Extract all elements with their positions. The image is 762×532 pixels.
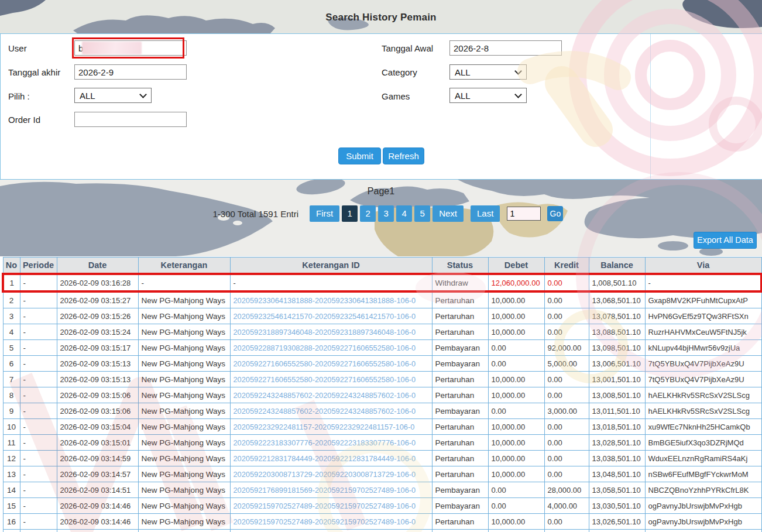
cell-keterangan: New PG-Mahjong Ways: [138, 387, 230, 403]
cell-periode: -: [20, 291, 57, 308]
cell-keterangan-id: 2020592243248857602-2020592243248857602-…: [230, 403, 432, 419]
cell-keterangan-id: 2020592203008713729-2020592203008713729-…: [230, 466, 432, 482]
page-button-last[interactable]: Last: [471, 205, 500, 222]
order-id-input[interactable]: [74, 112, 187, 127]
games-select[interactable]: ALL: [449, 88, 527, 103]
cell-via: hAELKHkRv5SRcSxV2SLScg: [645, 403, 761, 419]
user-annotation-box: [72, 37, 184, 59]
table-row: 12-2026-02-09 03:14:59New PG-Mahjong Way…: [3, 451, 761, 466]
pilih-label: Pilih :: [8, 91, 30, 101]
cell-debet: 10,000.00: [488, 372, 544, 387]
table-row: 14-2026-02-09 03:14:51New PG-Mahjong Way…: [3, 482, 761, 498]
category-select[interactable]: ALL: [449, 64, 527, 80]
refresh-button[interactable]: Refresh: [383, 147, 424, 164]
export-all-button[interactable]: Export All Data: [694, 232, 757, 249]
cell-balance: 1,008,501.10: [589, 274, 645, 291]
cell-balance: 13,026,501.10: [589, 514, 645, 530]
keterangan-id-link[interactable]: 2020592159702527489-2020592159702527489-…: [234, 502, 416, 510]
keterangan-id-link[interactable]: 2020592203008713729-2020592203008713729-…: [234, 470, 416, 479]
cell-kredit: 0.00: [544, 435, 589, 451]
cell-date: 2026-02-09 03:15:27: [57, 291, 138, 308]
keterangan-id-link[interactable]: 2020592318897346048-2020592318897346048-…: [234, 328, 416, 337]
cell-no: 16: [3, 514, 20, 530]
cell-no: 12: [3, 451, 20, 466]
cell-no: 11: [3, 435, 20, 451]
cell-keterangan: New PG-Mahjong Ways: [138, 435, 230, 451]
cell-keterangan: New PG-Mahjong Ways: [138, 356, 230, 372]
history-table-wrapper: NoPeriodeDateKeteranganKeterangan IDStat…: [2, 257, 760, 532]
table-row: 13-2026-02-09 03:14:57New PG-Mahjong Way…: [3, 466, 761, 482]
cell-periode: -: [20, 435, 57, 451]
cell-kredit: 0.00: [544, 466, 589, 482]
keterangan-id-link[interactable]: 2020592325461421570-2020592325461421570-…: [234, 312, 416, 321]
cell-kredit: 0.00: [544, 291, 589, 308]
cell-date: 2026-02-09 03:15:06: [57, 403, 138, 419]
cell-balance: 13,030,501.10: [589, 498, 645, 514]
cell-keterangan-id: 2020592149945087439-2020592149945087439-…: [230, 530, 432, 532]
goto-page-input[interactable]: [507, 207, 541, 221]
cell-no: 7: [3, 372, 20, 387]
cell-kredit: 28,000.00: [544, 482, 589, 498]
page-button-2[interactable]: 2: [360, 205, 376, 222]
page-button-first[interactable]: First: [310, 205, 339, 222]
cell-via: kNLupv44bjHMwr56v9zjUa: [645, 340, 761, 356]
page-button-4[interactable]: 4: [396, 205, 412, 222]
keterangan-id-link[interactable]: 2020592232922481157-2020592232922481157-…: [234, 423, 415, 431]
cell-keterangan: New PG-Mahjong Ways: [138, 419, 230, 435]
column-header-no: No: [3, 258, 20, 274]
table-row: 4-2026-02-09 03:15:24New PG-Mahjong Ways…: [3, 324, 761, 340]
pagination-buttons: First12345NextLastGo: [310, 205, 563, 222]
cell-status: Pertaruhan: [432, 514, 488, 530]
page-button-3[interactable]: 3: [378, 205, 394, 222]
category-label: Category: [382, 67, 417, 77]
cell-status: Pembayaran: [432, 482, 488, 498]
keterangan-id-link[interactable]: 2020592243248857602-2020592243248857602-…: [234, 407, 416, 416]
cell-no: 10: [3, 419, 20, 435]
cell-keterangan: New PG-Mahjong Ways: [138, 466, 230, 482]
page-button-next[interactable]: Next: [433, 205, 464, 222]
cell-keterangan: New PG-Mahjong Ways: [138, 530, 230, 532]
cell-kredit: 5,000.00: [544, 356, 589, 372]
cell-balance: 13,078,501.10: [589, 308, 645, 324]
cell-balance: 13,011,501.10: [589, 403, 645, 419]
page-button-1[interactable]: 1: [342, 205, 358, 222]
cell-balance: 13,028,501.10: [589, 435, 645, 451]
cell-keterangan: New PG-Mahjong Ways: [138, 291, 230, 308]
cell-no: 9: [3, 403, 20, 419]
go-button[interactable]: Go: [547, 206, 563, 221]
keterangan-id-link[interactable]: 2020592212831784449-2020592212831784449-…: [234, 454, 416, 463]
keterangan-id-link[interactable]: 2020592288719308288-2020592271606552580-…: [234, 344, 416, 352]
keterangan-id-link[interactable]: 2020592176899181569-2020592159702527489-…: [234, 486, 416, 495]
cell-via: BmBGE5iufX3qo3DZRjMQd: [645, 435, 761, 451]
cell-periode: -: [20, 340, 57, 356]
pilih-select[interactable]: ALL: [74, 88, 152, 103]
keterangan-id-link[interactable]: 2020592223183307776-2020592223183307776-…: [234, 438, 416, 447]
keterangan-id-link[interactable]: 2020592330641381888-2020592330641381888-…: [234, 296, 416, 305]
cell-via: RuzrHAHVMxCeuW5FtNJ5jk: [645, 324, 761, 340]
keterangan-id-link[interactable]: 2020592243248857602-2020592243248857602-…: [234, 391, 416, 400]
tanggal-awal-input[interactable]: [449, 40, 562, 56]
tanggal-akhir-input[interactable]: [74, 64, 187, 80]
cell-keterangan-id: 2020592271606552580-2020592271606552580-…: [230, 372, 432, 387]
submit-button[interactable]: Submit: [338, 147, 381, 164]
keterangan-id-link[interactable]: 2020592271606552580-2020592271606552580-…: [234, 375, 416, 384]
keterangan-id-link[interactable]: 2020592271606552580-2020592271606552580-…: [234, 359, 416, 368]
cell-debet: 0.00: [488, 403, 544, 419]
cell-date: 2026-02-09 03:14:51: [57, 482, 138, 498]
cell-via: WduxEELnznRgRamiRS4aKj: [645, 451, 761, 466]
cell-kredit: 0.00: [544, 387, 589, 403]
keterangan-id-link[interactable]: 2020592159702527489-2020592159702527489-…: [234, 517, 416, 526]
cell-date: 2026-02-09 03:15:01: [57, 435, 138, 451]
cell-via: NBCZQBnoYzhhPYRkCfrL8K: [645, 482, 761, 498]
cell-periode: -: [20, 403, 57, 419]
cell-periode: -: [20, 466, 57, 482]
cell-keterangan: New PG-Mahjong Ways: [138, 308, 230, 324]
cell-debet: 10,000.00: [488, 514, 544, 530]
cell-debet: 10,000.00: [488, 419, 544, 435]
column-header-kredit: Kredit: [544, 258, 589, 274]
cell-keterangan-id: 2020592232922481157-2020592232922481157-…: [230, 419, 432, 435]
chevron-down-icon: [514, 91, 522, 98]
page-button-5[interactable]: 5: [414, 205, 430, 222]
cell-status: Pertaruhan: [432, 387, 488, 403]
cell-keterangan: New PG-Mahjong Ways: [138, 498, 230, 514]
